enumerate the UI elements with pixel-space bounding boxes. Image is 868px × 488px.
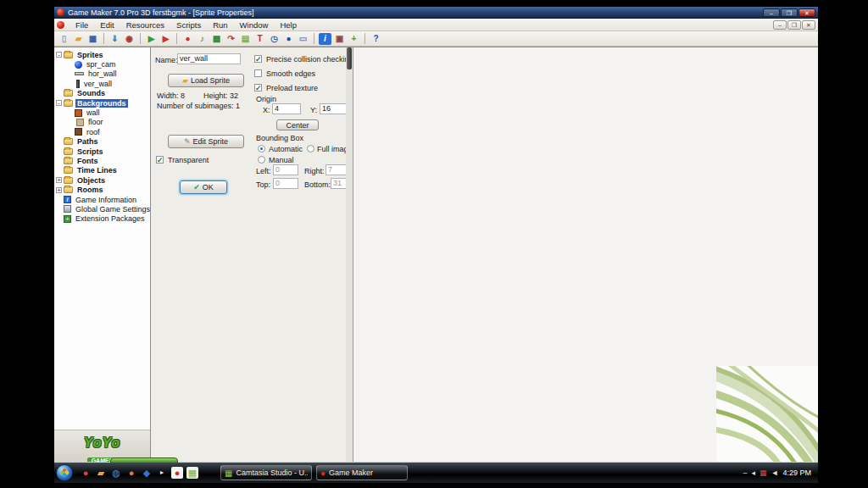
game-maker-ql-icon[interactable]: ●: [171, 467, 183, 479]
expand-icon[interactable]: +: [56, 187, 62, 193]
origin-y-input[interactable]: 16: [320, 103, 348, 114]
transparent-checkbox[interactable]: ✓: [156, 156, 164, 164]
menu-resources[interactable]: Resources: [120, 19, 170, 30]
add-font-icon[interactable]: T: [253, 33, 266, 45]
tree-item-label[interactable]: spr_cam: [85, 60, 118, 69]
tree-item-label[interactable]: Paths: [75, 137, 100, 146]
tree-row-floor[interactable]: floor: [54, 118, 150, 127]
start-button[interactable]: [56, 464, 73, 481]
menu-help[interactable]: Help: [274, 19, 303, 30]
mdi-minimize-button[interactable]: –: [773, 20, 787, 30]
add-timeline-icon[interactable]: ◷: [268, 33, 281, 45]
new-icon[interactable]: ▯: [58, 33, 70, 45]
minimize-button[interactable]: –: [763, 8, 780, 17]
browser-icon[interactable]: ◍: [110, 467, 122, 479]
save-icon[interactable]: ▦: [86, 33, 99, 45]
tree-row-game-information[interactable]: Game Information: [54, 195, 150, 204]
run-debug-icon[interactable]: ▶: [159, 33, 172, 45]
tree-row-objects[interactable]: + Objects: [54, 175, 150, 185]
tree-item-label[interactable]: hor_wall: [86, 69, 119, 78]
tree-row-roof[interactable]: roof: [54, 127, 150, 136]
menu-scripts[interactable]: Scripts: [170, 19, 207, 30]
tree-item-label[interactable]: Global Game Settings: [74, 205, 152, 214]
tree-row-wall[interactable]: wall: [54, 108, 150, 117]
tree-row-hor-wall[interactable]: hor_wall: [54, 69, 150, 79]
hide-icons-icon[interactable]: –: [743, 469, 747, 477]
folder-icon[interactable]: ▰: [95, 467, 107, 479]
app-orange-icon[interactable]: ●: [125, 467, 137, 479]
tree-item-label[interactable]: Sounds: [75, 89, 107, 97]
smooth-edges-checkbox[interactable]: [254, 69, 262, 77]
bbox-top-input[interactable]: 0: [273, 178, 298, 189]
tree-row-ver-wall[interactable]: ver_wall: [54, 79, 150, 88]
add-object-icon[interactable]: ●: [282, 33, 295, 45]
tree-row-scripts[interactable]: Scripts: [54, 147, 150, 156]
add-room-icon[interactable]: ▭: [297, 33, 309, 45]
bbox-left-input[interactable]: 0: [273, 164, 298, 175]
form-vertical-scrollbar[interactable]: [346, 47, 353, 463]
tree-item-label[interactable]: floor: [86, 118, 105, 126]
back-arrow-icon[interactable]: ◂: [752, 469, 756, 477]
tree-item-label[interactable]: Time Lines: [75, 166, 119, 175]
add-background-icon[interactable]: ▩: [210, 33, 223, 45]
menu-run[interactable]: Run: [207, 19, 233, 30]
tree-item-label[interactable]: Scripts: [75, 147, 105, 156]
tree-row-time-lines[interactable]: Time Lines: [54, 166, 150, 175]
tree-item-label[interactable]: wall: [85, 108, 102, 117]
mdi-restore-button[interactable]: ❐: [787, 20, 801, 30]
tree-item-label[interactable]: Game Information: [74, 196, 138, 204]
tree-item-label[interactable]: Sprites: [75, 51, 105, 59]
sprite-name-input[interactable]: ver_wall: [177, 53, 241, 64]
global-settings-icon[interactable]: ▣: [333, 33, 346, 45]
help-icon[interactable]: ?: [370, 33, 382, 45]
tree-item-label[interactable]: Extension Packages: [74, 214, 147, 223]
volume-muted-icon[interactable]: ◄: [771, 469, 779, 477]
bbox-manual-radio[interactable]: [258, 156, 265, 164]
tree-row-backgrounds[interactable]: - Backgrounds: [54, 98, 150, 108]
tree-row-fonts[interactable]: Fonts: [54, 156, 150, 165]
app-blue-icon[interactable]: ◆: [141, 467, 153, 479]
mdi-close-button[interactable]: ✕: [802, 20, 815, 30]
add-sprite-icon[interactable]: ●: [181, 33, 194, 45]
maximize-button[interactable]: ❐: [781, 8, 798, 17]
collapse-icon[interactable]: -: [56, 52, 62, 58]
add-sound-icon[interactable]: ♪: [196, 33, 209, 45]
taskbar-button-camtasia[interactable]: ▦ Camtasia Studio - U...: [220, 465, 312, 480]
media-player-icon[interactable]: ●: [80, 467, 92, 479]
collapse-icon[interactable]: -: [56, 100, 62, 106]
origin-x-input[interactable]: 4: [272, 103, 301, 114]
scrollbar-thumb[interactable]: [347, 47, 352, 69]
camtasia-ql-icon[interactable]: ▦: [186, 467, 198, 479]
tree-item-label[interactable]: roof: [85, 128, 102, 136]
tree-item-label[interactable]: Fonts: [75, 157, 100, 165]
tree-row-rooms[interactable]: + Rooms: [54, 185, 150, 194]
publish-icon[interactable]: ◉: [123, 33, 136, 45]
tree-row-spr-cam[interactable]: spr_cam: [54, 59, 150, 69]
preload-texture-checkbox[interactable]: ✓: [254, 84, 262, 92]
tree-row-global-game-settings[interactable]: Global Game Settings: [54, 204, 150, 214]
sprite-window-icon[interactable]: [57, 21, 64, 29]
add-script-icon[interactable]: ▤: [239, 33, 252, 45]
bbox-automatic-radio[interactable]: [258, 145, 265, 152]
menu-file[interactable]: File: [70, 19, 94, 30]
menu-edit[interactable]: Edit: [94, 19, 120, 30]
center-button[interactable]: Center: [276, 119, 319, 130]
tree-item-label-selected[interactable]: Backgrounds: [75, 99, 128, 108]
overflow-arrow-icon[interactable]: ▸: [156, 467, 168, 479]
tree-row-sprites[interactable]: - Sprites: [54, 50, 150, 59]
ok-button[interactable]: ✔ OK: [180, 180, 227, 194]
tree-row-extension-packages[interactable]: Extension Packages: [54, 214, 150, 224]
clock[interactable]: 4:29 PM: [782, 469, 811, 477]
expand-icon[interactable]: +: [56, 177, 62, 183]
extension-packages-icon[interactable]: +: [348, 33, 360, 45]
close-button[interactable]: ✕: [798, 8, 815, 17]
tree-item-label[interactable]: Objects: [75, 176, 107, 185]
open-icon[interactable]: ▰: [72, 33, 85, 45]
bbox-full-image-radio[interactable]: [307, 145, 314, 152]
create-executable-icon[interactable]: ⇓: [108, 33, 121, 45]
edit-sprite-button[interactable]: ✎ Edit Sprite: [168, 135, 244, 148]
precise-collision-checkbox[interactable]: ✓: [254, 55, 262, 63]
load-sprite-button[interactable]: ▰ Load Sprite: [168, 74, 244, 87]
menu-window[interactable]: Window: [234, 19, 275, 30]
tree-row-sounds[interactable]: Sounds: [54, 89, 150, 98]
